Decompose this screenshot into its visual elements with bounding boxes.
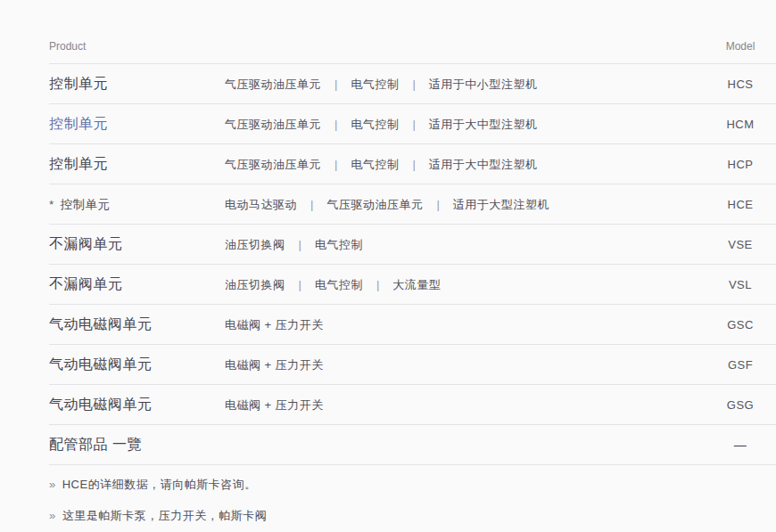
footnote-line: »HCE的详细数据，请向帕斯卡咨询。 — [49, 474, 776, 495]
description-segment: 电磁阀 + 压力开关 — [225, 398, 324, 412]
pipe-separator: | — [412, 78, 415, 91]
product-name: 气动电磁阀单元 — [49, 397, 153, 412]
table-row: 气动电磁阀单元 电磁阀 + 压力开关 GSG — [49, 385, 776, 425]
pipe-separator: | — [334, 118, 337, 131]
pipe-separator: | — [436, 198, 439, 211]
description-segment: 气压驱动油压单元 — [225, 118, 321, 131]
model-code: HCM — [726, 118, 754, 131]
pipe-separator: | — [299, 238, 301, 251]
product-name: 配管部品 一覽 — [49, 437, 142, 452]
product-name-link[interactable]: 控制单元 — [49, 156, 108, 171]
pipe-separator: | — [310, 198, 313, 211]
product-name-link[interactable]: 气动电磁阀单元 — [49, 397, 153, 412]
footnote-text: 这里是帕斯卡泵，压力开关，帕斯卡阀 — [62, 509, 268, 522]
product-name: 控制单元 — [49, 156, 108, 171]
footnote-line: »这里是帕斯卡泵，压力开关，帕斯卡阀 — [49, 505, 776, 527]
pipe-separator: | — [412, 158, 415, 171]
product-name: 不漏阀单元 — [49, 276, 123, 291]
product-description: 电磁阀 + 压力开关 — [225, 356, 705, 373]
description-segment: 适用于大中型注塑机 — [429, 118, 538, 131]
product-name: 不漏阀单元 — [49, 236, 123, 251]
product-name-link[interactable]: 控制单元 — [49, 76, 108, 91]
product-description: 电磁阀 + 压力开关 — [225, 316, 705, 333]
table-row: 气动电磁阀单元 电磁阀 + 压力开关 GSF — [49, 345, 776, 385]
table-row: 不漏阀单元 油压切换阀|电气控制|大流量型 VSL — [49, 265, 776, 305]
footnote-text: HCE的详细数据，请向帕斯卡咨询。 — [62, 478, 257, 491]
model-code: HCS — [728, 78, 754, 91]
description-segment: 气压驱动油压单元 — [326, 198, 423, 211]
table-row: *控制单元 电动马达驱动|气压驱动油压单元|适用于大型注塑机 HCE — [49, 184, 776, 225]
model-code: VSE — [728, 238, 753, 251]
model-code: HCP — [728, 158, 754, 171]
table-row: 控制单元 气压驱动油压单元|电气控制|适用于大中型注塑机 HCP — [49, 144, 776, 184]
table-body: 控制单元 气压驱动油压单元|电气控制|适用于中小型注塑机 HCS 控制单元 气压… — [49, 64, 776, 465]
table-header-row: Product Model — [49, 27, 776, 64]
description-segment: 适用于大中型注塑机 — [429, 158, 538, 171]
product-column-header: Product — [49, 40, 86, 53]
description-segment: 电磁阀 + 压力开关 — [225, 318, 324, 331]
description-segment: 电气控制 — [351, 78, 399, 91]
product-name: 控制单元 — [49, 116, 108, 131]
product-name-link[interactable]: 不漏阀单元 — [49, 236, 123, 251]
product-description: 气压驱动油压单元|电气控制|适用于中小型注塑机 — [225, 76, 705, 93]
model-code: VSL — [729, 278, 752, 291]
product-name: 控制单元 — [61, 198, 111, 211]
product-description: 气压驱动油压单元|电气控制|适用于大中型注塑机 — [225, 156, 705, 173]
description-segment: 气压驱动油压单元 — [225, 158, 321, 171]
description-segment: 电气控制 — [351, 118, 399, 131]
description-segment: 电气控制 — [315, 278, 363, 291]
table-row: 气动电磁阀单元 电磁阀 + 压力开关 GSC — [49, 305, 776, 345]
description-segment: 油压切换阀 — [225, 278, 285, 291]
description-segment: 电磁阀 + 压力开关 — [225, 358, 324, 372]
footnote-marker-icon: » — [49, 478, 56, 491]
product-name-link[interactable]: 气动电磁阀单元 — [49, 316, 153, 331]
description-segment: 电气控制 — [315, 238, 363, 251]
model-column-header: Model — [726, 40, 755, 53]
product-description: 油压切换阀|电气控制 — [225, 236, 705, 253]
product-description: 气压驱动油压单元|电气控制|适用于大中型注塑机 — [225, 116, 705, 133]
product-name: 控制单元 — [49, 76, 108, 91]
description-segment: 大流量型 — [392, 278, 441, 291]
model-code: GSF — [728, 358, 753, 372]
product-description: 油压切换阀|电气控制|大流量型 — [225, 276, 705, 293]
product-name-link[interactable]: 气动电磁阀单元 — [49, 356, 153, 372]
footnotes: »HCE的详细数据，请向帕斯卡咨询。 »这里是帕斯卡泵，压力开关，帕斯卡阀 — [49, 474, 776, 527]
description-segment: 电气控制 — [351, 158, 399, 171]
product-description: 电动马达驱动|气压驱动油压单元|适用于大型注塑机 — [225, 196, 705, 213]
description-segment: 电动马达驱动 — [225, 198, 297, 211]
model-code: GSC — [727, 318, 754, 331]
pipe-separator: | — [376, 278, 379, 291]
product-name-link[interactable]: *控制单元 — [49, 198, 111, 211]
model-code: — — [734, 438, 747, 452]
pipe-separator: | — [334, 78, 337, 91]
product-table: Product Model 控制单元 气压驱动油压单元|电气控制|适用于中小型注… — [49, 0, 776, 465]
table-row: 控制单元 气压驱动油压单元|电气控制|适用于大中型注塑机 HCM — [49, 104, 776, 144]
product-name-link[interactable]: 配管部品 一覽 — [49, 437, 142, 452]
footnote-marker-icon: » — [49, 509, 56, 522]
pipe-separator: | — [299, 278, 301, 291]
table-row: 不漏阀单元 油压切换阀|电气控制 VSE — [49, 225, 776, 265]
pipe-separator: | — [334, 158, 337, 171]
pipe-separator: | — [412, 118, 415, 131]
product-name: 气动电磁阀单元 — [49, 356, 153, 372]
table-row: 控制单元 气压驱动油压单元|电气控制|适用于中小型注塑机 HCS — [49, 64, 776, 104]
product-name-link[interactable]: 控制单元 — [49, 116, 108, 131]
description-segment: 适用于中小型注塑机 — [429, 78, 538, 91]
product-description: 电磁阀 + 压力开关 — [225, 397, 705, 413]
model-code: GSG — [727, 398, 754, 412]
asterisk-marker: * — [49, 198, 54, 211]
product-name: 气动电磁阀单元 — [49, 316, 153, 331]
product-name-link[interactable]: 不漏阀单元 — [49, 276, 123, 291]
model-code: HCE — [728, 198, 754, 211]
description-segment: 油压切换阀 — [225, 238, 285, 251]
table-row: 配管部品 一覽 — — [49, 425, 776, 465]
description-segment: 适用于大型注塑机 — [453, 198, 549, 211]
description-segment: 气压驱动油压单元 — [225, 78, 321, 91]
